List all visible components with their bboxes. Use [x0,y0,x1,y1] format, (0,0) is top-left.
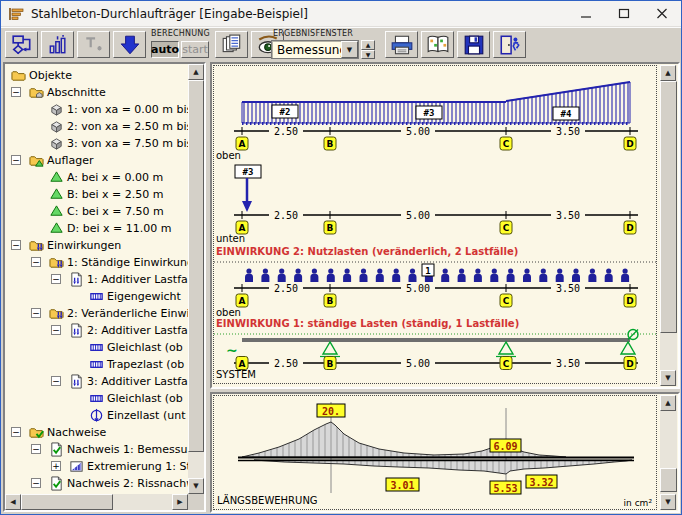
copy-windows-icon [221,34,243,56]
tree-item[interactable]: Eigengewicht [5,288,188,305]
tree-item-label: Gleichlast (ob [107,392,183,405]
tree-item[interactable]: −Nachweise [5,424,188,441]
tree-item[interactable]: −2: Additiver Lastfa [5,322,188,339]
folder-supports-icon [29,153,44,168]
tree-item[interactable]: 3: von xa = 7.50 m bis [5,135,188,152]
tree-item[interactable]: −Nachweis 1: Bemessun [5,441,188,458]
tree-item[interactable]: −Einwirkungen [5,237,188,254]
app-icon [8,6,24,22]
system-label: SYSTEM [216,369,256,380]
reinforcement-view[interactable]: 20. 6.09 3.01 5.53 3.32 LÄNGSBEWEHRUNG i… [213,395,657,510]
tree-expander[interactable]: − [51,376,61,386]
tree-scroll-up-icon[interactable]: ▲ [188,64,204,80]
upper-scroll-up-icon[interactable]: ▲ [660,65,676,81]
tree-item[interactable]: C: bei x = 7.50 m [5,203,188,220]
tree-expander[interactable]: − [11,427,21,437]
tree-expander[interactable]: − [11,87,21,97]
upper-scrollbar-thumb[interactable] [660,81,677,333]
svg-text:#3: #3 [243,167,254,177]
save-button[interactable] [457,31,490,58]
exit-button[interactable] [493,31,526,58]
start-calc-button[interactable]: start [181,41,209,58]
loads-system-view[interactable]: #2 #3 #4 2.505.003.50ABCD oben #3 2.505.… [213,65,657,384]
tree-item[interactable]: A: bei x = 0.00 m [5,169,188,186]
folder-loads-icon [49,255,64,270]
tree-item[interactable]: Einzellast (unt [5,407,188,424]
load-label-trapezoid: #4 [553,107,579,120]
reinforcement-window[interactable]: 20. 6.09 3.01 5.53 3.32 LÄNGSBEWEHRUNG i… [210,392,680,513]
tree-item[interactable]: B: bei x = 2.50 m [5,186,188,203]
loads-system-window[interactable]: #2 #3 #4 2.505.003.50ABCD oben #3 2.505.… [210,62,680,389]
calculation-flow-button[interactable] [5,31,38,58]
navigator-tree[interactable]: Objekte−Abschnitte1: von xa = 0.00 m bis… [5,64,188,494]
start-calculation-button[interactable] [113,31,146,58]
svg-text:2.50: 2.50 [274,126,298,137]
tree-expander[interactable]: − [31,308,41,318]
lower-scroll-up-icon[interactable]: ▲ [660,395,676,411]
svg-text:B: B [327,296,334,306]
tree-item[interactable]: 1: von xa = 0.00 m bis [5,101,188,118]
tree-expander[interactable]: + [51,461,61,471]
results-diagram-button[interactable] [41,31,74,58]
tree-item[interactable]: −Abschnitte [5,84,188,101]
tree-item[interactable]: −1: Additiver Lastfal [5,271,188,288]
tree-item-label: Objekte [29,69,72,82]
manual-button[interactable] [421,31,454,58]
combobox-dropdown-icon[interactable]: ▼ [341,41,358,58]
spinner-up-icon[interactable]: ▲ [361,40,375,50]
tree-horizontal-scrollbar[interactable]: ◀ ▶ [5,494,188,510]
tree-item[interactable]: 2: von xa = 2.50 m bis [5,118,188,135]
position-label-oben-2: oben [216,307,241,318]
tree-item[interactable]: Gleichlast (ob [5,339,188,356]
svg-text:5.53: 5.53 [493,483,517,494]
svg-text:C: C [503,223,510,233]
result-window-combobox[interactable]: Bemessung ▼ [271,40,359,59]
tree-item[interactable]: −2: Veränderliche Einwir [5,305,188,322]
tree-scroll-down-icon[interactable]: ▼ [188,478,204,494]
tree-item[interactable]: −Auflager [5,152,188,169]
lower-scrollbar-thumb[interactable] [660,468,677,492]
print-button[interactable] [385,31,418,58]
upper-scroll-down-icon[interactable]: ▼ [660,370,676,386]
lower-panel-scrollbar[interactable]: ▲ ▼ [660,395,677,510]
svg-text:2.50: 2.50 [274,283,298,294]
tree-expander[interactable]: − [31,478,41,488]
tree-expander[interactable]: − [31,444,41,454]
tree-scrollbar-thumb[interactable] [188,80,204,452]
tree-item[interactable]: D: bei x = 11.00 m [5,220,188,237]
svg-text:5.00: 5.00 [406,210,430,221]
copy-windows-button[interactable] [215,31,248,58]
tree-expander[interactable]: − [11,155,21,165]
upper-panel-scrollbar[interactable]: ▲ ▼ [660,65,677,386]
tree-item[interactable]: +Extremierung 1: Sta [5,458,188,475]
tree-expander[interactable]: − [51,274,61,284]
tree-expander[interactable]: − [31,257,41,267]
tree-vertical-scrollbar[interactable]: ▲ ▼ [188,64,204,494]
support-triangle-icon [49,187,64,202]
tree-expander[interactable]: − [51,325,61,335]
minimize-button[interactable] [567,3,605,25]
svg-text:5.00: 5.00 [406,358,430,369]
folder-loads-icon [29,238,44,253]
tree-scroll-right-icon[interactable]: ▶ [172,494,188,510]
tree-item[interactable]: Trapezlast (ob [5,356,188,373]
tree-item[interactable]: −3: Additiver Lastfa [5,373,188,390]
tree-scroll-left-icon[interactable]: ◀ [5,494,21,510]
tree-item-label: Einzellast (unt [107,409,185,422]
close-button[interactable] [643,3,681,25]
tree-item[interactable]: Objekte [5,67,188,84]
tree-item[interactable]: Gleichlast (ob [5,390,188,407]
svg-text:A: A [239,296,246,306]
maximize-button[interactable] [605,3,643,25]
tree-item[interactable]: −Nachweis 2: Rissnachw [5,475,188,492]
auto-calc-button[interactable]: auto [151,41,179,58]
tree-hscrollbar-thumb[interactable] [21,494,113,510]
scrollbar-corner [188,494,204,510]
tool-disabled-button [77,31,110,58]
tree-expander[interactable]: − [11,240,21,250]
result-window-value: Bemessung [272,43,341,57]
spinner-down-icon[interactable]: ▼ [361,50,375,60]
tree-item-label: Nachweis 2: Rissnachw [67,477,188,490]
lower-scroll-down-icon[interactable]: ▼ [660,494,676,510]
tree-item[interactable]: −1: Ständige Einwirkung: [5,254,188,271]
